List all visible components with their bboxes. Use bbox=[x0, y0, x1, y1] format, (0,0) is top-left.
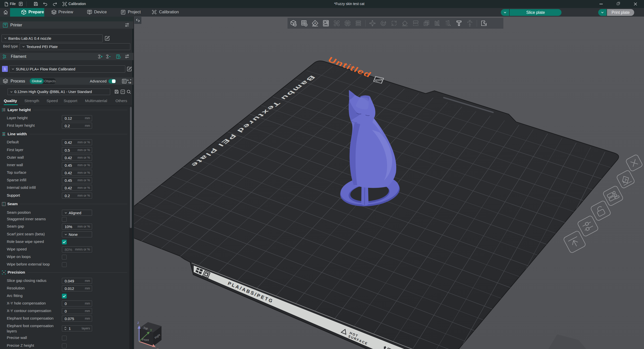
svg-text:y: y bbox=[150, 328, 152, 332]
svg-text:B: B bbox=[130, 81, 131, 84]
svg-text:A: A bbox=[624, 177, 628, 182]
svg-text:Front: Front bbox=[142, 338, 149, 341]
svg-text:x: x bbox=[157, 347, 158, 349]
svg-text:z: z bbox=[137, 321, 139, 325]
svg-text:A: A bbox=[314, 21, 316, 25]
svg-text:A: A bbox=[127, 79, 129, 81]
